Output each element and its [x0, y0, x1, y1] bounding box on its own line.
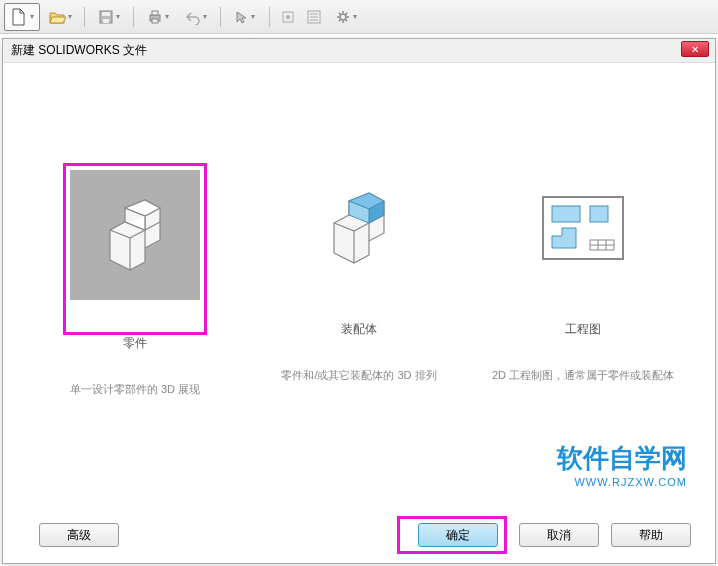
dialog-footer: 高级 确定 取消 帮助: [3, 507, 715, 563]
svg-rect-14: [552, 206, 580, 222]
svg-point-7: [286, 15, 290, 19]
template-option-part[interactable]: 零件 单一设计零部件的 3D 展现: [40, 163, 230, 507]
close-icon: ✕: [691, 44, 699, 55]
advanced-button[interactable]: 高级: [39, 523, 119, 547]
toolbar-separator: [84, 7, 85, 27]
svg-rect-2: [103, 19, 109, 23]
option-title: 工程图: [565, 321, 601, 338]
app-toolbar: ▾ ▾ ▾ ▾ ▾ ▾: [0, 0, 718, 34]
svg-rect-1: [102, 12, 110, 16]
dialog-titlebar: 新建 SOLIDWORKS 文件 ✕: [3, 39, 715, 63]
print-button[interactable]: ▾: [140, 5, 176, 29]
option-description: 单一设计零部件的 3D 展现: [70, 382, 200, 397]
option-description: 零件和/或其它装配体的 3D 排列: [281, 368, 436, 383]
option-icon-wrap: [518, 163, 648, 293]
annotation-highlight: 确定: [397, 516, 507, 554]
ok-button[interactable]: 确定: [418, 523, 498, 547]
template-option-assembly[interactable]: 装配体 零件和/或其它装配体的 3D 排列: [264, 163, 454, 507]
drawing-icon: [542, 196, 624, 260]
dropdown-arrow-icon: ▾: [353, 12, 357, 21]
cursor-icon: [235, 10, 249, 24]
dialog-title-text: 新建 SOLIDWORKS 文件: [11, 42, 147, 59]
new-file-dialog: 新建 SOLIDWORKS 文件 ✕ 零件 单一设计零部件的 3D 展现: [2, 38, 716, 564]
help-button[interactable]: 帮助: [611, 523, 691, 547]
option-icon-wrap: [70, 170, 200, 300]
dropdown-arrow-icon: ▾: [165, 12, 169, 21]
rebuild-button[interactable]: [276, 5, 300, 29]
close-button[interactable]: ✕: [681, 41, 709, 57]
new-file-button[interactable]: ▾: [4, 3, 40, 31]
cursor-button[interactable]: ▾: [227, 5, 263, 29]
rebuild-icon: [280, 9, 296, 25]
assembly-icon: [314, 183, 404, 273]
toolbar-separator: [269, 7, 270, 27]
open-folder-icon: [48, 8, 66, 26]
svg-rect-4: [152, 11, 158, 15]
option-title: 装配体: [341, 321, 377, 338]
list-icon: [306, 9, 322, 25]
watermark-url: WWW.RJZXW.COM: [557, 476, 687, 488]
dropdown-arrow-icon: ▾: [116, 12, 120, 21]
options-button[interactable]: [302, 5, 326, 29]
option-icon-wrap: [294, 163, 424, 293]
option-title: 零件: [123, 335, 147, 352]
dropdown-arrow-icon: ▾: [68, 12, 72, 21]
toolbar-separator: [133, 7, 134, 27]
toolbar-separator: [220, 7, 221, 27]
dropdown-arrow-icon: ▾: [203, 12, 207, 21]
watermark: 软件自学网 WWW.RJZXW.COM: [557, 441, 687, 488]
part-icon: [90, 190, 180, 280]
settings-button[interactable]: ▾: [328, 5, 364, 29]
gear-icon: [335, 9, 351, 25]
cancel-button[interactable]: 取消: [519, 523, 599, 547]
undo-icon: [185, 9, 201, 25]
dropdown-arrow-icon: ▾: [30, 12, 34, 21]
annotation-highlight: [63, 163, 207, 335]
option-description: 2D 工程制图，通常属于零件或装配体: [492, 368, 674, 383]
dropdown-arrow-icon: ▾: [251, 12, 255, 21]
open-file-button[interactable]: ▾: [42, 5, 78, 29]
svg-rect-5: [152, 19, 158, 23]
save-icon: [98, 9, 114, 25]
watermark-title: 软件自学网: [557, 441, 687, 476]
undo-button[interactable]: ▾: [178, 5, 214, 29]
save-button[interactable]: ▾: [91, 5, 127, 29]
svg-point-12: [340, 14, 346, 20]
new-file-icon: [10, 8, 28, 26]
print-icon: [147, 9, 163, 25]
svg-rect-15: [590, 206, 608, 222]
